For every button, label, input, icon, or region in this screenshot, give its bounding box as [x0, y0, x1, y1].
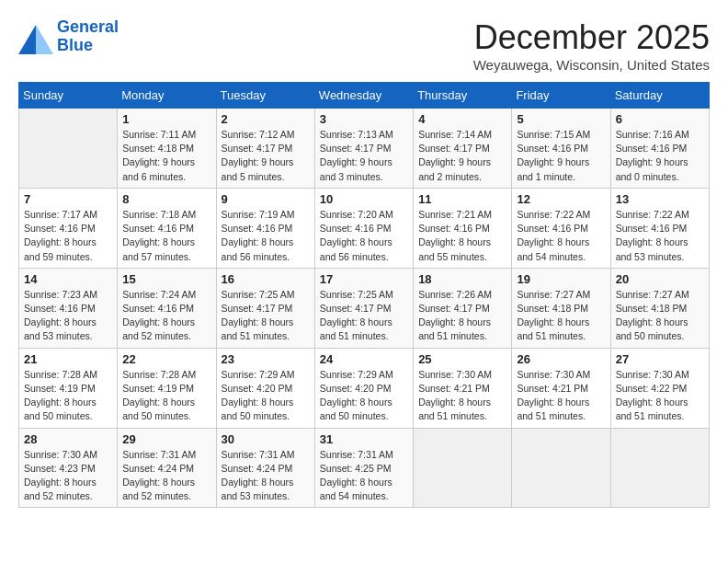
day-number: 24	[320, 352, 408, 366]
day-number: 23	[222, 352, 310, 366]
day-info: Sunrise: 7:30 AMSunset: 4:22 PMDaylight:…	[616, 368, 704, 424]
day-info: Sunrise: 7:16 AMSunset: 4:16 PMDaylight:…	[616, 128, 704, 184]
day-number: 19	[517, 272, 605, 286]
day-info: Sunrise: 7:18 AMSunset: 4:16 PMDaylight:…	[122, 208, 210, 264]
day-info: Sunrise: 7:11 AMSunset: 4:18 PMDaylight:…	[122, 128, 210, 184]
day-number: 21	[24, 352, 112, 366]
day-info: Sunrise: 7:13 AMSunset: 4:17 PMDaylight:…	[320, 128, 408, 184]
day-info: Sunrise: 7:27 AMSunset: 4:18 PMDaylight:…	[616, 288, 704, 344]
day-info: Sunrise: 7:28 AMSunset: 4:19 PMDaylight:…	[24, 368, 112, 424]
calendar-cell: 3Sunrise: 7:13 AMSunset: 4:17 PMDaylight…	[314, 109, 413, 189]
calendar-cell: 28Sunrise: 7:30 AMSunset: 4:23 PMDayligh…	[19, 428, 118, 508]
calendar-week-5: 28Sunrise: 7:30 AMSunset: 4:23 PMDayligh…	[19, 428, 710, 508]
day-info: Sunrise: 7:22 AMSunset: 4:16 PMDaylight:…	[616, 208, 704, 264]
calendar-cell: 25Sunrise: 7:30 AMSunset: 4:21 PMDayligh…	[414, 348, 512, 428]
day-header-sunday: Sunday	[19, 83, 118, 109]
logo: General Blue	[18, 18, 119, 55]
day-number: 6	[616, 112, 704, 126]
calendar-cell: 18Sunrise: 7:26 AMSunset: 4:17 PMDayligh…	[414, 268, 512, 348]
day-info: Sunrise: 7:19 AMSunset: 4:16 PMDaylight:…	[222, 208, 310, 264]
calendar-cell: 11Sunrise: 7:21 AMSunset: 4:16 PMDayligh…	[414, 188, 512, 268]
calendar-cell: 12Sunrise: 7:22 AMSunset: 4:16 PMDayligh…	[512, 188, 610, 268]
day-info: Sunrise: 7:12 AMSunset: 4:17 PMDaylight:…	[222, 128, 310, 184]
calendar-cell: 17Sunrise: 7:25 AMSunset: 4:17 PMDayligh…	[314, 268, 413, 348]
day-info: Sunrise: 7:22 AMSunset: 4:16 PMDaylight:…	[517, 208, 605, 264]
calendar-cell: 20Sunrise: 7:27 AMSunset: 4:18 PMDayligh…	[610, 268, 709, 348]
calendar-cell	[512, 428, 610, 508]
calendar-cell: 9Sunrise: 7:19 AMSunset: 4:16 PMDaylight…	[216, 188, 314, 268]
day-info: Sunrise: 7:25 AMSunset: 4:17 PMDaylight:…	[320, 288, 408, 344]
calendar-cell: 13Sunrise: 7:22 AMSunset: 4:16 PMDayligh…	[610, 188, 709, 268]
day-info: Sunrise: 7:15 AMSunset: 4:16 PMDaylight:…	[517, 128, 605, 184]
day-info: Sunrise: 7:24 AMSunset: 4:16 PMDaylight:…	[122, 288, 210, 344]
month-title: December 2025	[473, 18, 710, 57]
day-number: 20	[616, 272, 704, 286]
calendar-week-4: 21Sunrise: 7:28 AMSunset: 4:19 PMDayligh…	[19, 348, 710, 428]
calendar-cell: 5Sunrise: 7:15 AMSunset: 4:16 PMDaylight…	[512, 109, 610, 189]
day-number: 10	[320, 192, 408, 206]
calendar-cell: 1Sunrise: 7:11 AMSunset: 4:18 PMDaylight…	[118, 109, 216, 189]
day-number: 8	[122, 192, 210, 206]
calendar-cell: 8Sunrise: 7:18 AMSunset: 4:16 PMDaylight…	[118, 188, 216, 268]
day-header-thursday: Thursday	[414, 83, 512, 109]
day-number: 22	[122, 352, 210, 366]
day-number: 15	[122, 272, 210, 286]
calendar-header-row: SundayMondayTuesdayWednesdayThursdayFrid…	[19, 83, 710, 109]
day-info: Sunrise: 7:28 AMSunset: 4:19 PMDaylight:…	[122, 368, 210, 424]
calendar-cell: 29Sunrise: 7:31 AMSunset: 4:24 PMDayligh…	[118, 428, 216, 508]
calendar-cell: 22Sunrise: 7:28 AMSunset: 4:19 PMDayligh…	[118, 348, 216, 428]
day-number: 18	[418, 272, 506, 286]
day-info: Sunrise: 7:30 AMSunset: 4:21 PMDaylight:…	[517, 368, 605, 424]
day-number: 2	[222, 112, 310, 126]
calendar-cell	[610, 428, 709, 508]
day-info: Sunrise: 7:20 AMSunset: 4:16 PMDaylight:…	[320, 208, 408, 264]
day-number: 28	[24, 432, 112, 446]
day-header-tuesday: Tuesday	[216, 83, 314, 109]
day-info: Sunrise: 7:23 AMSunset: 4:16 PMDaylight:…	[24, 288, 112, 344]
calendar-table: SundayMondayTuesdayWednesdayThursdayFrid…	[18, 82, 710, 508]
calendar-cell: 27Sunrise: 7:30 AMSunset: 4:22 PMDayligh…	[610, 348, 709, 428]
calendar-cell: 31Sunrise: 7:31 AMSunset: 4:25 PMDayligh…	[314, 428, 413, 508]
day-header-friday: Friday	[512, 83, 610, 109]
day-number: 9	[222, 192, 310, 206]
calendar-cell: 23Sunrise: 7:29 AMSunset: 4:20 PMDayligh…	[216, 348, 314, 428]
day-header-wednesday: Wednesday	[314, 83, 413, 109]
day-number: 1	[122, 112, 210, 126]
day-info: Sunrise: 7:29 AMSunset: 4:20 PMDaylight:…	[320, 368, 408, 424]
day-info: Sunrise: 7:30 AMSunset: 4:21 PMDaylight:…	[418, 368, 506, 424]
calendar-cell: 14Sunrise: 7:23 AMSunset: 4:16 PMDayligh…	[19, 268, 118, 348]
day-header-monday: Monday	[118, 83, 216, 109]
day-info: Sunrise: 7:30 AMSunset: 4:23 PMDaylight:…	[24, 448, 112, 504]
calendar-cell	[414, 428, 512, 508]
day-info: Sunrise: 7:29 AMSunset: 4:20 PMDaylight:…	[222, 368, 310, 424]
logo-text: General Blue	[57, 18, 119, 55]
header: General Blue December 2025 Weyauwega, Wi…	[18, 18, 710, 73]
day-number: 25	[418, 352, 506, 366]
calendar-cell: 24Sunrise: 7:29 AMSunset: 4:20 PMDayligh…	[314, 348, 413, 428]
calendar-cell: 10Sunrise: 7:20 AMSunset: 4:16 PMDayligh…	[314, 188, 413, 268]
day-info: Sunrise: 7:17 AMSunset: 4:16 PMDaylight:…	[24, 208, 112, 264]
day-number: 13	[616, 192, 704, 206]
day-info: Sunrise: 7:31 AMSunset: 4:25 PMDaylight:…	[320, 448, 408, 504]
calendar-cell: 2Sunrise: 7:12 AMSunset: 4:17 PMDaylight…	[216, 109, 314, 189]
calendar-week-1: 1Sunrise: 7:11 AMSunset: 4:18 PMDaylight…	[19, 109, 710, 189]
calendar-cell: 6Sunrise: 7:16 AMSunset: 4:16 PMDaylight…	[610, 109, 709, 189]
day-info: Sunrise: 7:27 AMSunset: 4:18 PMDaylight:…	[517, 288, 605, 344]
calendar-week-2: 7Sunrise: 7:17 AMSunset: 4:16 PMDaylight…	[19, 188, 710, 268]
day-number: 16	[222, 272, 310, 286]
day-number: 29	[122, 432, 210, 446]
day-number: 5	[517, 112, 605, 126]
day-number: 7	[24, 192, 112, 206]
calendar-cell: 26Sunrise: 7:30 AMSunset: 4:21 PMDayligh…	[512, 348, 610, 428]
title-block: December 2025 Weyauwega, Wisconsin, Unit…	[473, 18, 710, 73]
calendar-cell: 15Sunrise: 7:24 AMSunset: 4:16 PMDayligh…	[118, 268, 216, 348]
day-number: 30	[222, 432, 310, 446]
day-number: 27	[616, 352, 704, 366]
calendar-cell: 7Sunrise: 7:17 AMSunset: 4:16 PMDaylight…	[19, 188, 118, 268]
day-number: 11	[418, 192, 506, 206]
calendar-cell: 16Sunrise: 7:25 AMSunset: 4:17 PMDayligh…	[216, 268, 314, 348]
calendar-cell: 21Sunrise: 7:28 AMSunset: 4:19 PMDayligh…	[19, 348, 118, 428]
page-container: General Blue December 2025 Weyauwega, Wi…	[0, 0, 728, 517]
calendar-cell: 4Sunrise: 7:14 AMSunset: 4:17 PMDaylight…	[414, 109, 512, 189]
day-info: Sunrise: 7:25 AMSunset: 4:17 PMDaylight:…	[222, 288, 310, 344]
